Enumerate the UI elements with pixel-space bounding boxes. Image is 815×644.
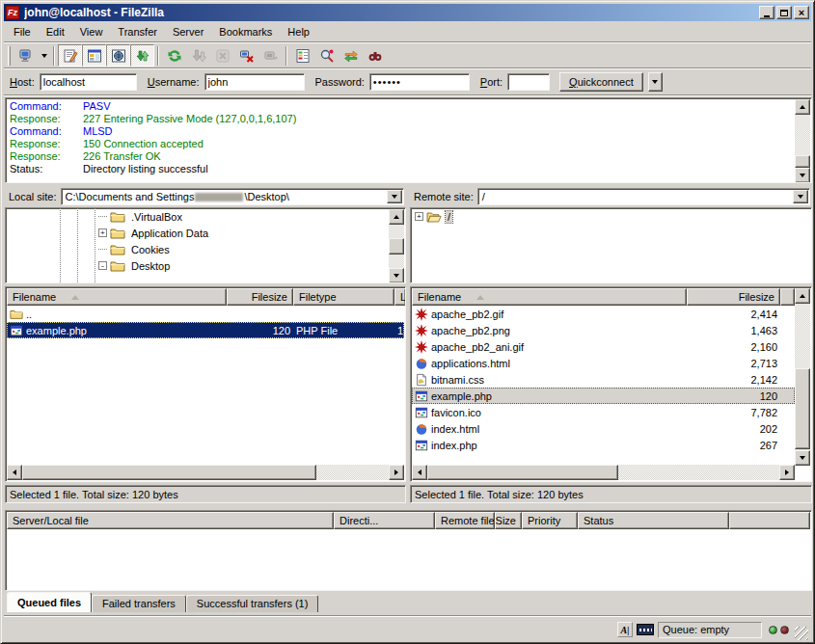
file-name: bitnami.css (431, 374, 484, 386)
scrollbar-thumb[interactable] (795, 368, 810, 449)
username-input[interactable] (204, 73, 305, 91)
menu-item-transfer[interactable]: Transfer (110, 22, 165, 41)
menu-item-file[interactable]: File (6, 22, 39, 41)
log-line-text: 227 Entering Passive Mode (127,0,0,1,6,1… (83, 113, 296, 125)
tree-branch-line (98, 245, 107, 254)
remote-site-combobox[interactable]: / (477, 188, 810, 205)
local-file-row[interactable]: example.php120PHP File1 (7, 322, 404, 338)
menu-item-server[interactable]: Server (165, 22, 211, 41)
resize-grip[interactable] (795, 627, 808, 640)
scroll-down-button[interactable] (795, 450, 810, 466)
maximize-button[interactable] (776, 6, 792, 19)
host-input[interactable] (40, 73, 137, 91)
remote-file-row[interactable]: favicon.ico7,782 (412, 404, 795, 420)
directory-comparison-button[interactable] (314, 44, 339, 67)
scrollbar-thumb[interactable] (795, 155, 810, 168)
local-tree-item-application-data[interactable]: +Application Data (6, 225, 405, 241)
scrollbar-thumb[interactable] (427, 465, 618, 480)
scroll-left-button[interactable] (7, 465, 22, 480)
column-header-filesize[interactable]: Filesize (687, 288, 780, 306)
toggle-local-tree-button[interactable] (82, 44, 106, 67)
column-header-filename[interactable]: Filename (412, 288, 687, 306)
chevron-down-icon (41, 54, 47, 58)
remote-file-row[interactable]: index.html202 (412, 420, 795, 437)
menu-item-help[interactable]: Help (280, 22, 317, 41)
local-tree-item-cookies[interactable]: Cookies (6, 241, 405, 257)
local-file-row[interactable]: .. (7, 306, 404, 322)
column-header-status[interactable]: Status (578, 512, 729, 529)
column-header-l[interactable]: L (394, 288, 406, 306)
scroll-left-button[interactable] (412, 465, 427, 480)
scroll-down-button[interactable] (795, 168, 810, 183)
disconnect-button[interactable] (234, 44, 258, 67)
column-header-filetype[interactable]: Filetype (293, 288, 394, 306)
toggle-message-log-button[interactable] (58, 44, 82, 67)
scroll-up-button[interactable] (795, 288, 810, 304)
folder-icon (110, 226, 125, 241)
synchronized-browsing-button[interactable] (339, 44, 363, 67)
column-header-priority[interactable]: Priority (522, 512, 578, 529)
expand-icon[interactable]: + (415, 212, 423, 221)
expand-icon[interactable]: + (98, 228, 107, 237)
remote-site-dropdown-button[interactable] (793, 190, 808, 203)
password-input[interactable] (369, 73, 470, 91)
find-files-button[interactable] (363, 44, 387, 67)
refresh-button[interactable] (162, 44, 186, 67)
scrollbar-thumb[interactable] (22, 465, 316, 480)
port-input[interactable] (507, 73, 550, 91)
toggle-remote-tree-button[interactable] (106, 44, 130, 67)
remote-file-row[interactable]: apache_pb2.png1,463 (412, 322, 795, 338)
remote-horizontal-scrollbar[interactable] (412, 465, 795, 480)
log-line-label: Response: (10, 113, 83, 125)
file-size-cell: 120 (687, 388, 780, 404)
remote-file-row[interactable]: index.php267 (412, 437, 795, 453)
tab-queued-files[interactable]: Queued files (7, 592, 92, 612)
scroll-right-button[interactable] (779, 465, 795, 480)
column-header-filesize[interactable]: Filesize (227, 288, 293, 306)
remote-file-row[interactable]: apache_pb2_ani.gif2,160 (412, 338, 795, 355)
remote-list-header: FilenameFilesize (412, 288, 795, 306)
remote-file-row[interactable]: example.php120 (412, 388, 795, 404)
tab-successful-transfers-1[interactable]: Successful transfers (1) (186, 595, 319, 612)
minimize-button[interactable] (759, 6, 774, 19)
column-header-size[interactable]: Size (495, 512, 522, 529)
local-tree-item-desktop[interactable]: -Desktop (6, 257, 405, 274)
filter-icon (295, 48, 311, 64)
collapse-icon[interactable]: - (98, 261, 107, 270)
menu-item-edit[interactable]: Edit (39, 22, 72, 41)
close-button[interactable]: × (794, 6, 809, 19)
local-tree-item-virtualbox[interactable]: .VirtualBox (6, 208, 405, 225)
site-manager-dropdown-button[interactable] (38, 44, 50, 67)
column-header-remote-file[interactable]: Remote file (435, 512, 495, 529)
local-site-dropdown-button[interactable] (387, 190, 402, 203)
remote-status-text: Selected 1 file. Total size: 120 bytes (410, 485, 812, 503)
log-line-label: Response: (10, 150, 83, 163)
site-manager-button[interactable] (14, 44, 38, 67)
local-horizontal-scrollbar[interactable] (7, 465, 404, 480)
remote-tree-item-item[interactable]: +/ (411, 208, 811, 225)
file-size-cell: 7,782 (687, 404, 780, 420)
column-header-filename[interactable]: Filename (7, 288, 227, 306)
toggle-transfer-queue-button[interactable] (130, 44, 154, 67)
title-bar: Fz john@localhost - FileZilla × (4, 4, 811, 21)
quickconnect-button[interactable]: Quickconnect (559, 72, 643, 92)
file-name: applications.html (431, 358, 510, 369)
scroll-up-button[interactable] (795, 99, 810, 115)
queue-status-text: Queue: empty (658, 622, 762, 638)
quickconnect-dropdown-button[interactable] (648, 72, 663, 92)
file-size-cell: 2,414 (687, 306, 780, 322)
tab-failed-transfers[interactable]: Failed transfers (92, 595, 186, 612)
remote-vertical-scrollbar[interactable] (795, 288, 810, 466)
message-log-scrollbar[interactable] (795, 99, 810, 183)
remote-file-row[interactable]: bitnami.css2,142 (412, 371, 795, 388)
remote-file-row[interactable]: apache_pb2.gif2,414 (412, 306, 795, 322)
menu-item-bookmarks[interactable]: Bookmarks (211, 22, 280, 41)
directory-listing-filters-button[interactable] (290, 44, 314, 67)
local-site-combobox[interactable]: C:\Documents and Settings\Desktop\ (61, 188, 404, 205)
log-line: Response:227 Entering Passive Mode (127,… (10, 113, 811, 125)
column-header-directi[interactable]: Directi... (334, 512, 435, 529)
menu-item-view[interactable]: View (72, 22, 111, 41)
scroll-right-button[interactable] (389, 465, 404, 480)
remote-file-row[interactable]: applications.html2,713 (412, 355, 795, 371)
column-header-server-local-file[interactable]: Server/Local file (7, 512, 334, 529)
